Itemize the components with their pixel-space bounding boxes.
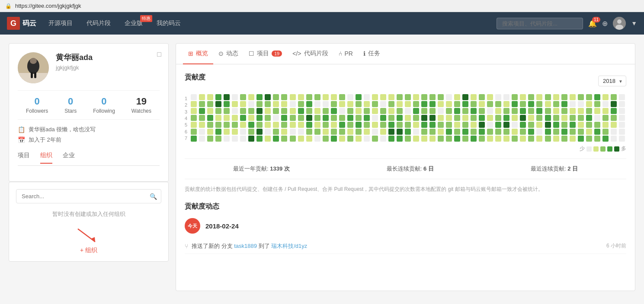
contrib-cell xyxy=(339,115,345,121)
navbar-search[interactable] xyxy=(497,18,583,29)
contrib-cell xyxy=(503,115,509,121)
contrib-cell xyxy=(495,136,501,142)
contrib-cell xyxy=(528,115,534,121)
contrib-cell xyxy=(364,122,370,128)
contrib-cell xyxy=(256,101,263,107)
profile-card: □ 黄华丽 xyxy=(9,43,169,182)
add-button[interactable]: ⊕ xyxy=(602,19,608,28)
edit-profile-button[interactable]: □ xyxy=(157,51,161,58)
nav-enterprise[interactable]: 企业版 特惠 xyxy=(123,19,144,27)
enterprise-badge: 特惠 xyxy=(140,15,152,22)
contrib-cell xyxy=(570,129,576,135)
contrib-cell xyxy=(314,108,320,114)
contrib-cell xyxy=(536,115,542,121)
legend-cell-1 xyxy=(593,146,599,152)
contrib-cell xyxy=(306,94,312,100)
sidebar: □ 黄华丽 xyxy=(9,43,169,291)
activity-item-0: ⑂ 推送了新的 分支 task1889 到了 瑞木科技/d1yz 6 小时前 xyxy=(185,239,626,254)
contrib-cell xyxy=(578,136,584,142)
contrib-cell xyxy=(553,101,559,107)
year-selector-wrap[interactable]: 2018 2017 2016 xyxy=(598,76,626,86)
contrib-cell xyxy=(479,136,485,142)
contrib-cell xyxy=(397,115,403,121)
contrib-cell xyxy=(421,129,427,135)
tab-projects[interactable]: 项目 xyxy=(18,152,30,164)
contrib-cell xyxy=(446,129,452,135)
contrib-cell xyxy=(224,108,230,114)
contribution-header: 贡献度 2018 2017 2016 xyxy=(185,73,626,89)
tab-pr[interactable]: ⑃ PR xyxy=(333,44,358,64)
contrib-cell xyxy=(240,108,246,114)
contrib-cell xyxy=(298,122,304,128)
user-menu-arrow[interactable]: ▼ xyxy=(631,20,637,27)
contrib-cell xyxy=(388,129,394,135)
tab-repos[interactable]: ☐ 项目 19 xyxy=(244,44,287,64)
contrib-cell xyxy=(256,108,263,114)
tab-tasks[interactable]: ℹ 任务 xyxy=(358,44,385,64)
code-icon: </> xyxy=(292,50,301,57)
activity-text: 推送了新的 分支 task1889 到了 瑞木科技/d1yz xyxy=(192,242,307,250)
legend-cell-2 xyxy=(600,146,606,152)
contrib-cell xyxy=(454,101,460,107)
contrib-cell xyxy=(380,122,386,128)
contrib-cell xyxy=(471,136,477,142)
contrib-cell xyxy=(512,136,518,142)
branch-icon: ⑂ xyxy=(185,243,188,250)
contrib-cell xyxy=(265,115,271,121)
browser-bar: 🔒 https://gitee.com/jgkjgkfjgk xyxy=(0,0,644,12)
contrib-cell xyxy=(356,122,362,128)
contrib-cell xyxy=(199,94,205,100)
contrib-cell xyxy=(421,122,427,128)
brand-logo[interactable]: G 码云 xyxy=(7,17,36,30)
contrib-cell xyxy=(520,122,526,128)
contrib-cell xyxy=(248,94,254,100)
contrib-cell xyxy=(553,108,559,114)
contrib-cell xyxy=(240,136,246,142)
contrib-cell xyxy=(570,94,576,100)
contrib-cell xyxy=(553,129,559,135)
contrib-cell xyxy=(413,122,419,128)
contrib-cell xyxy=(380,136,386,142)
contrib-cell xyxy=(438,129,444,135)
contrib-cell xyxy=(619,129,625,135)
stat-following[interactable]: 0 Following xyxy=(93,96,115,114)
contrib-cell xyxy=(380,115,386,121)
tab-activity[interactable]: ⊙ 动态 xyxy=(213,44,244,64)
contrib-cell xyxy=(339,108,345,114)
contrib-cell xyxy=(240,101,246,107)
year-selector[interactable]: 2018 2017 2016 xyxy=(598,76,626,86)
notification-button[interactable]: 🔔 11 xyxy=(588,19,597,28)
contrib-cell xyxy=(339,94,345,100)
stat-followers[interactable]: 0 Followers xyxy=(26,96,48,114)
legend-cell-4 xyxy=(614,146,619,152)
navbar-right: 🔔 11 ⊕ ▼ xyxy=(497,17,637,30)
add-org-button[interactable]: + 组织 xyxy=(16,247,161,254)
contrib-cell xyxy=(331,129,337,135)
stat-stars[interactable]: 0 Stars xyxy=(64,96,77,114)
org-search-input[interactable] xyxy=(16,189,161,203)
contrib-cell xyxy=(462,94,468,100)
nav-open-source[interactable]: 开源项目 xyxy=(47,19,74,27)
tab-organizations[interactable]: 组织 xyxy=(40,152,52,164)
user-avatar-nav[interactable] xyxy=(613,17,626,30)
contrib-cell xyxy=(438,108,444,114)
nav-my-gitee[interactable]: 我的码云 xyxy=(155,19,183,27)
contrib-cell xyxy=(503,108,509,114)
contrib-cell xyxy=(290,115,296,121)
stat-watches[interactable]: 19 Watches xyxy=(131,96,151,114)
contrib-cell xyxy=(331,122,337,128)
contrib-cell xyxy=(265,122,271,128)
lock-icon: 🔒 xyxy=(5,3,12,9)
nav-code-snippets[interactable]: 代码片段 xyxy=(85,19,112,27)
tab-overview[interactable]: ⊞ 概览 xyxy=(183,44,213,64)
contrib-cell xyxy=(413,101,419,107)
contrib-cell xyxy=(364,115,370,121)
contrib-cell xyxy=(528,136,534,142)
contrib-cell xyxy=(561,108,567,114)
contrib-cell xyxy=(594,122,600,128)
tab-enterprise[interactable]: 企业 xyxy=(63,152,75,164)
contrib-cell xyxy=(429,129,436,135)
tab-snippets[interactable]: </> 代码片段 xyxy=(287,44,333,64)
contrib-cell xyxy=(281,122,287,128)
contrib-cell xyxy=(487,115,493,121)
